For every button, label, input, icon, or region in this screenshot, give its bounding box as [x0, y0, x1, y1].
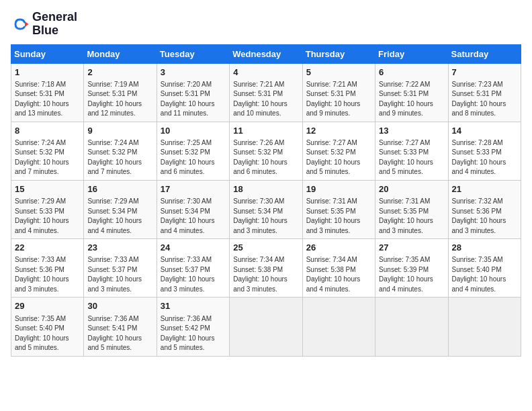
weekday-header-thursday: Thursday: [302, 44, 375, 63]
calendar-cell: 29 Sunrise: 7:35 AM Sunset: 5:40 PM Dayl…: [11, 298, 84, 356]
calendar-cell: 16 Sunrise: 7:29 AM Sunset: 5:34 PM Dayl…: [84, 180, 157, 238]
day-info: Sunrise: 7:30 AM Sunset: 5:34 PM Dayligh…: [233, 197, 298, 236]
week-row-1: 1 Sunrise: 7:18 AM Sunset: 5:31 PM Dayli…: [11, 63, 521, 122]
day-info: Sunrise: 7:31 AM Sunset: 5:35 PM Dayligh…: [306, 197, 371, 236]
day-info: Sunrise: 7:33 AM Sunset: 5:36 PM Dayligh…: [15, 255, 80, 294]
week-row-3: 15 Sunrise: 7:29 AM Sunset: 5:33 PM Dayl…: [11, 180, 521, 238]
day-number: 17: [161, 183, 226, 195]
day-number: 14: [452, 125, 517, 137]
day-info: Sunrise: 7:26 AM Sunset: 5:32 PM Dayligh…: [233, 138, 298, 177]
calendar-cell: 9 Sunrise: 7:24 AM Sunset: 5:32 PM Dayli…: [84, 122, 157, 180]
day-info: Sunrise: 7:18 AM Sunset: 5:31 PM Dayligh…: [15, 80, 80, 119]
day-number: 28: [452, 242, 517, 254]
weekday-header-friday: Friday: [375, 44, 448, 63]
day-number: 20: [379, 183, 444, 195]
svg-marker-0: [25, 21, 29, 27]
day-info: Sunrise: 7:21 AM Sunset: 5:31 PM Dayligh…: [306, 80, 371, 119]
day-number: 16: [87, 183, 152, 195]
day-info: Sunrise: 7:34 AM Sunset: 5:38 PM Dayligh…: [233, 255, 298, 294]
day-number: 22: [15, 242, 80, 254]
day-info: Sunrise: 7:24 AM Sunset: 5:32 PM Dayligh…: [15, 138, 80, 177]
calendar-cell: 5 Sunrise: 7:21 AM Sunset: 5:31 PM Dayli…: [302, 63, 375, 122]
calendar-cell: [375, 298, 448, 356]
calendar-cell: [230, 298, 302, 356]
day-info: Sunrise: 7:27 AM Sunset: 5:33 PM Dayligh…: [379, 138, 444, 177]
calendar-cell: 6 Sunrise: 7:22 AM Sunset: 5:31 PM Dayli…: [375, 63, 448, 122]
calendar-cell: 7 Sunrise: 7:23 AM Sunset: 5:31 PM Dayli…: [448, 63, 521, 122]
day-info: Sunrise: 7:28 AM Sunset: 5:33 PM Dayligh…: [452, 138, 517, 177]
week-row-2: 8 Sunrise: 7:24 AM Sunset: 5:32 PM Dayli…: [11, 122, 521, 180]
calendar-cell: 12 Sunrise: 7:27 AM Sunset: 5:32 PM Dayl…: [302, 122, 375, 180]
day-number: 4: [233, 66, 298, 79]
calendar-cell: 23 Sunrise: 7:33 AM Sunset: 5:37 PM Dayl…: [84, 239, 157, 298]
day-info: Sunrise: 7:23 AM Sunset: 5:31 PM Dayligh…: [452, 80, 517, 119]
logo: General Blue: [11, 11, 77, 38]
logo-text: General Blue: [32, 11, 77, 38]
week-row-4: 22 Sunrise: 7:33 AM Sunset: 5:36 PM Dayl…: [11, 239, 521, 298]
day-number: 29: [15, 300, 80, 312]
day-number: 11: [233, 125, 298, 137]
day-info: Sunrise: 7:34 AM Sunset: 5:38 PM Dayligh…: [306, 255, 371, 294]
calendar-cell: 20 Sunrise: 7:31 AM Sunset: 5:35 PM Dayl…: [375, 180, 448, 238]
day-number: 24: [161, 242, 226, 254]
calendar-cell: 18 Sunrise: 7:30 AM Sunset: 5:34 PM Dayl…: [230, 180, 302, 238]
calendar-cell: 4 Sunrise: 7:21 AM Sunset: 5:31 PM Dayli…: [230, 63, 302, 122]
calendar-cell: 26 Sunrise: 7:34 AM Sunset: 5:38 PM Dayl…: [302, 239, 375, 298]
weekday-header-saturday: Saturday: [448, 44, 521, 63]
day-number: 7: [452, 66, 517, 79]
day-number: 31: [161, 300, 226, 312]
calendar-table: SundayMondayTuesdayWednesdayThursdayFrid…: [11, 44, 521, 357]
day-info: Sunrise: 7:33 AM Sunset: 5:37 PM Dayligh…: [87, 255, 152, 294]
day-number: 10: [161, 125, 226, 137]
calendar-cell: 28 Sunrise: 7:35 AM Sunset: 5:40 PM Dayl…: [448, 239, 521, 298]
calendar-cell: 21 Sunrise: 7:32 AM Sunset: 5:36 PM Dayl…: [448, 180, 521, 238]
day-number: 18: [233, 183, 298, 195]
week-row-5: 29 Sunrise: 7:35 AM Sunset: 5:40 PM Dayl…: [11, 298, 521, 356]
calendar-cell: 19 Sunrise: 7:31 AM Sunset: 5:35 PM Dayl…: [302, 180, 375, 238]
day-number: 6: [379, 66, 444, 79]
day-info: Sunrise: 7:19 AM Sunset: 5:31 PM Dayligh…: [87, 80, 152, 119]
day-info: Sunrise: 7:35 AM Sunset: 5:40 PM Dayligh…: [15, 314, 80, 353]
day-info: Sunrise: 7:35 AM Sunset: 5:40 PM Dayligh…: [452, 255, 517, 294]
day-info: Sunrise: 7:35 AM Sunset: 5:39 PM Dayligh…: [379, 255, 444, 294]
day-info: Sunrise: 7:36 AM Sunset: 5:42 PM Dayligh…: [161, 314, 226, 353]
calendar-cell: 3 Sunrise: 7:20 AM Sunset: 5:31 PM Dayli…: [157, 63, 229, 122]
calendar-cell: 15 Sunrise: 7:29 AM Sunset: 5:33 PM Dayl…: [11, 180, 84, 238]
day-number: 30: [87, 300, 152, 312]
day-info: Sunrise: 7:30 AM Sunset: 5:34 PM Dayligh…: [161, 197, 226, 236]
calendar-cell: 11 Sunrise: 7:26 AM Sunset: 5:32 PM Dayl…: [230, 122, 302, 180]
calendar-cell: 1 Sunrise: 7:18 AM Sunset: 5:31 PM Dayli…: [11, 63, 84, 122]
day-info: Sunrise: 7:24 AM Sunset: 5:32 PM Dayligh…: [87, 138, 152, 177]
logo-icon: [11, 15, 30, 34]
calendar-cell: 17 Sunrise: 7:30 AM Sunset: 5:34 PM Dayl…: [157, 180, 229, 238]
calendar-cell: 31 Sunrise: 7:36 AM Sunset: 5:42 PM Dayl…: [157, 298, 229, 356]
page-header: General Blue: [11, 11, 521, 38]
weekday-header-wednesday: Wednesday: [230, 44, 302, 63]
weekday-header-row: SundayMondayTuesdayWednesdayThursdayFrid…: [11, 44, 521, 63]
calendar-cell: 27 Sunrise: 7:35 AM Sunset: 5:39 PM Dayl…: [375, 239, 448, 298]
day-info: Sunrise: 7:21 AM Sunset: 5:31 PM Dayligh…: [233, 80, 298, 119]
day-info: Sunrise: 7:22 AM Sunset: 5:31 PM Dayligh…: [379, 80, 444, 119]
calendar-cell: 8 Sunrise: 7:24 AM Sunset: 5:32 PM Dayli…: [11, 122, 84, 180]
day-info: Sunrise: 7:25 AM Sunset: 5:32 PM Dayligh…: [161, 138, 226, 177]
calendar-cell: 22 Sunrise: 7:33 AM Sunset: 5:36 PM Dayl…: [11, 239, 84, 298]
day-info: Sunrise: 7:27 AM Sunset: 5:32 PM Dayligh…: [306, 138, 371, 177]
day-number: 21: [452, 183, 517, 195]
calendar-cell: 13 Sunrise: 7:27 AM Sunset: 5:33 PM Dayl…: [375, 122, 448, 180]
calendar-cell: 30 Sunrise: 7:36 AM Sunset: 5:41 PM Dayl…: [84, 298, 157, 356]
day-number: 13: [379, 125, 444, 137]
day-number: 1: [15, 66, 80, 79]
day-info: Sunrise: 7:20 AM Sunset: 5:31 PM Dayligh…: [161, 80, 226, 119]
calendar-cell: 25 Sunrise: 7:34 AM Sunset: 5:38 PM Dayl…: [230, 239, 302, 298]
day-info: Sunrise: 7:31 AM Sunset: 5:35 PM Dayligh…: [379, 197, 444, 236]
weekday-header-tuesday: Tuesday: [157, 44, 229, 63]
day-number: 25: [233, 242, 298, 254]
day-info: Sunrise: 7:36 AM Sunset: 5:41 PM Dayligh…: [87, 314, 152, 353]
weekday-header-sunday: Sunday: [11, 44, 84, 63]
day-number: 12: [306, 125, 371, 137]
day-number: 8: [15, 125, 80, 137]
day-info: Sunrise: 7:29 AM Sunset: 5:33 PM Dayligh…: [15, 197, 80, 236]
day-number: 3: [161, 66, 226, 79]
calendar-cell: [448, 298, 521, 356]
day-number: 5: [306, 66, 371, 79]
